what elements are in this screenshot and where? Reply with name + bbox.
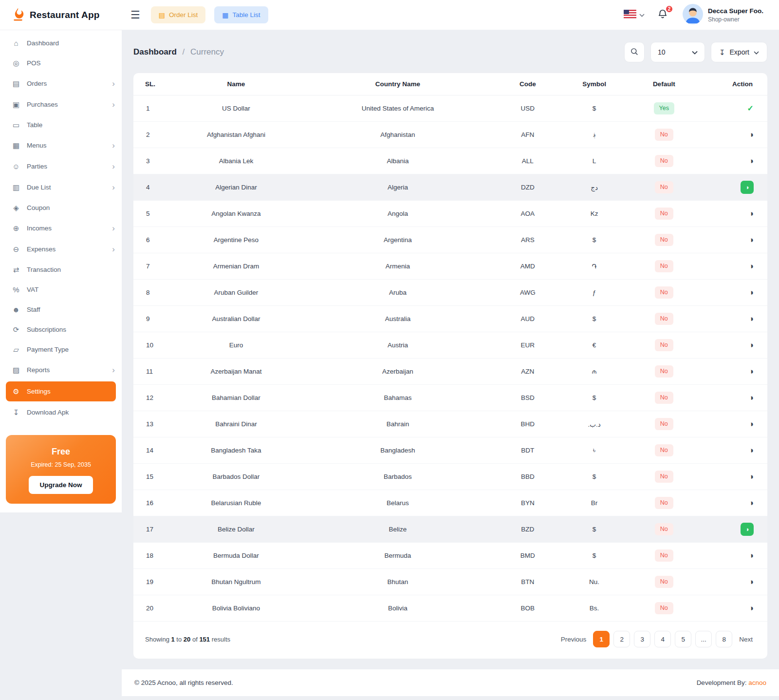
next-page-button[interactable]: Next [736, 636, 756, 643]
sidebar-item-reports[interactable]: ▨ Reports › [0, 359, 122, 380]
cell-default: No [626, 148, 702, 174]
upgrade-now-button[interactable]: Upgrade Now [29, 476, 93, 494]
sidebar-item-dashboard[interactable]: ⌂ Dashboard [0, 33, 122, 53]
page-button[interactable]: 8 [716, 631, 732, 647]
default-badge: No [655, 602, 673, 614]
sidebar-item-staff[interactable]: ☻ Staff [0, 300, 122, 320]
sidebar-item-settings[interactable]: ⚙ Settings [6, 381, 116, 401]
toggle-default-button[interactable]: ◑ [749, 551, 754, 560]
page-size-select[interactable]: 10 [650, 42, 705, 62]
export-button[interactable]: ↧ Export [711, 42, 767, 62]
page-button[interactable]: 3 [634, 631, 650, 647]
chevron-down-icon [639, 11, 645, 19]
cell-country: Bolivia [303, 595, 493, 622]
user-menu[interactable]: Decca Super Foo. Shop-owner [680, 3, 766, 26]
cell-action: ◑ [702, 385, 767, 411]
cell-sl: 4 [133, 174, 169, 201]
page-button[interactable]: 4 [654, 631, 671, 647]
cell-sl: 2 [133, 122, 169, 148]
sidebar-item-vat[interactable]: % VAT [0, 280, 122, 300]
sidebar-item-due-list[interactable]: ▥ Due List › [0, 177, 122, 198]
toggle-default-button[interactable]: ◑ [749, 236, 754, 244]
cell-sl: 14 [133, 437, 169, 464]
hamburger-menu-icon[interactable]: ☰ [129, 8, 142, 22]
toggle-default-button[interactable]: ◑ [741, 181, 754, 194]
sidebar-item-orders[interactable]: ▤ Orders › [0, 73, 122, 94]
page-button[interactable]: 5 [675, 631, 691, 647]
cell-default: No [626, 464, 702, 490]
toggle-default-button[interactable]: ◑ [749, 341, 754, 349]
cell-sl: 3 [133, 148, 169, 174]
language-selector[interactable] [623, 9, 646, 21]
sidebar-item-incomes[interactable]: ⊕ Incomes › [0, 218, 122, 239]
cell-symbol: Br [562, 490, 626, 516]
default-badge: No [655, 129, 673, 141]
sidebar: ⌂ Dashboard ◎ POS ▤ Orders › ▣ [0, 30, 122, 512]
cell-name: Afghanistan Afghani [169, 122, 302, 148]
toggle-default-button[interactable]: ◑ [749, 473, 754, 481]
sidebar-item-payment-type[interactable]: ▱ Payment Type [0, 340, 122, 359]
toggle-default-button[interactable]: ◑ [749, 288, 754, 297]
cell-symbol: $ [562, 306, 626, 332]
default-badge: No [655, 365, 673, 378]
toggle-default-button[interactable]: ◑ [749, 394, 754, 402]
table-row: 13 Bahraini Dinar Bahrain BHD .د.ب No ◑ [133, 411, 767, 437]
toggle-default-button[interactable]: ◑ [749, 499, 754, 507]
table-list-button[interactable]: ▦ Table List [214, 6, 268, 23]
staff-icon: ☻ [12, 306, 20, 313]
page-button[interactable]: ... [695, 631, 712, 647]
page-button[interactable]: 1 [593, 631, 610, 647]
sidebar-item-pos[interactable]: ◎ POS [0, 53, 122, 73]
toggle-default-button[interactable]: ◑ [749, 315, 754, 323]
toggle-default-button[interactable]: ◑ [749, 157, 754, 165]
sidebar-nav: ⌂ Dashboard ◎ POS ▤ Orders › ▣ [0, 33, 122, 422]
cell-action: ◑ [702, 464, 767, 490]
default-badge: No [655, 234, 673, 246]
previous-page-button[interactable]: Previous [558, 636, 590, 643]
toggle-default-button[interactable]: ◑ [749, 578, 754, 586]
main-content: Dashboard / Currency 10 ↧ [122, 30, 779, 696]
orders-icon: ▤ [12, 80, 20, 87]
notifications-button[interactable]: 2 [655, 7, 670, 23]
sidebar-item-subscriptions[interactable]: ⟳ Subscriptions [0, 320, 122, 340]
default-badge: No [655, 471, 673, 483]
sidebar-item-purchases[interactable]: ▣ Purchases › [0, 94, 122, 115]
sidebar-item-expenses[interactable]: ⊖ Expenses › [0, 239, 122, 260]
toggle-default-button[interactable]: ◑ [749, 420, 754, 428]
toggle-default-button[interactable]: ◑ [741, 523, 754, 536]
default-check-icon[interactable]: ✓ [747, 105, 754, 113]
cell-sl: 7 [133, 253, 169, 280]
cell-sl: 15 [133, 464, 169, 490]
toggle-default-button[interactable]: ◑ [749, 209, 754, 218]
cell-action: ◑ [702, 280, 767, 306]
plan-name: Free [14, 447, 108, 457]
breadcrumb-dashboard-link[interactable]: Dashboard [133, 47, 177, 57]
sidebar-item-label: Table [27, 121, 115, 129]
purchases-icon: ▣ [12, 101, 20, 108]
cell-code: DZD [493, 174, 562, 201]
page-button[interactable]: 2 [613, 631, 630, 647]
order-list-button[interactable]: ▤ Order List [151, 6, 206, 23]
acnoo-link[interactable]: acnoo [748, 679, 766, 686]
toggle-default-button[interactable]: ◑ [749, 604, 754, 612]
sidebar-item-parties[interactable]: ☺ Parties › [0, 156, 122, 177]
breadcrumb: Dashboard / Currency [133, 47, 224, 57]
sidebar-item-label: Settings [27, 388, 109, 395]
toggle-default-button[interactable]: ◑ [749, 262, 754, 270]
cell-action: ◑ [702, 437, 767, 464]
sidebar-item-transaction[interactable]: ⇄ Transaction [0, 260, 122, 280]
sidebar-item-coupon[interactable]: ◈ Coupon [0, 198, 122, 218]
cell-action: ◑ [702, 332, 767, 359]
cell-name: Azerbaijan Manat [169, 359, 302, 385]
cell-action: ◑ [702, 595, 767, 622]
toggle-default-button[interactable]: ◑ [749, 446, 754, 454]
sidebar-item-download-apk[interactable]: ↧ Download Apk [0, 402, 122, 422]
search-button[interactable] [624, 42, 645, 62]
sidebar-item-menus[interactable]: ▦ Menus › [0, 135, 122, 156]
sidebar-item-table[interactable]: ▭ Table [0, 115, 122, 135]
cell-default: No [626, 595, 702, 622]
cell-country: Argentina [303, 227, 493, 253]
toggle-default-button[interactable]: ◑ [749, 367, 754, 376]
toggle-default-button[interactable]: ◑ [749, 131, 754, 139]
cell-action: ◑ [702, 174, 767, 201]
